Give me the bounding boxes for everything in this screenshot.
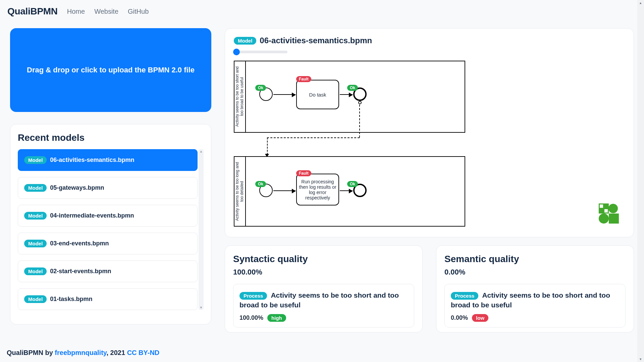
model-name: 06-activities-semantics.bpmn	[50, 157, 134, 164]
bpmn-pool[interactable]: Activity seems to be too long and too de…	[234, 156, 465, 227]
svg-rect-4	[604, 209, 608, 213]
fault-badge: Fault	[296, 76, 311, 82]
svg-rect-3	[600, 204, 603, 208]
bpmn-message-flow[interactable]	[359, 105, 360, 137]
zoom-slider[interactable]	[234, 51, 287, 53]
scroll-down-icon[interactable]: ▼	[199, 305, 204, 310]
low-badge: low	[472, 314, 488, 322]
model-badge: Model	[24, 212, 47, 220]
model-item[interactable]: Model 06-activities-semantics.bpmn	[18, 149, 198, 171]
quality-item-pct: 100.00%	[239, 314, 263, 321]
footer-mid: , 2021	[106, 349, 127, 356]
bpmn-sequence-flow[interactable]	[273, 94, 296, 95]
scroll-down-icon[interactable]: ▾	[637, 357, 644, 361]
recent-models-title: Recent models	[18, 132, 204, 143]
footer-author-link[interactable]: freebpmnquality	[55, 349, 106, 356]
bpmn-message-flow[interactable]	[267, 137, 360, 138]
process-badge: Process	[239, 292, 267, 300]
footer: QualiBPMN by freebpmnquality, 2021 CC BY…	[7, 349, 159, 357]
pool-label: Activity seems to be too short and too b…	[234, 61, 246, 132]
upload-label: Drag & drop or click to upload the BPMN …	[27, 66, 195, 74]
bpmn-canvas[interactable]: Activity seems to be too short and too b…	[234, 61, 625, 228]
semantic-title: Semantic quality	[444, 254, 626, 264]
navbar: QualiBPMN Home Website GitHub	[0, 0, 644, 21]
model-item[interactable]: Model 04-intermediate-events.bpmn	[18, 205, 198, 227]
svg-point-2	[608, 204, 618, 213]
zoom-thumb[interactable]	[233, 49, 240, 55]
model-badge: Model	[24, 240, 47, 247]
model-badge: Model	[24, 184, 47, 192]
bpmn-sequence-flow[interactable]	[340, 94, 353, 95]
nav-website[interactable]: Website	[94, 8, 118, 15]
model-name: 02-start-events.bpmn	[50, 268, 111, 275]
bpmn-pool[interactable]: Activity seems to be too short and too b…	[234, 61, 465, 133]
recent-models-list: Model 06-activities-semantics.bpmn Model…	[18, 149, 204, 310]
high-badge: high	[267, 314, 286, 322]
fault-badge: Fault	[296, 170, 311, 176]
model-name: 04-intermediate-events.bpmn	[50, 212, 134, 219]
pool-label: Activity seems to be too long and too de…	[234, 157, 246, 226]
syntactic-title: Syntactic quality	[233, 254, 414, 264]
recent-list-scrollbar[interactable]: ▲ ▼	[199, 149, 204, 310]
quality-item[interactable]: Process Activity seems to be too short a…	[233, 284, 414, 327]
footer-prefix: QualiBPMN by	[7, 349, 55, 356]
model-item[interactable]: Model 03-end-events.bpmn	[18, 233, 198, 254]
ok-badge: Ok	[347, 85, 358, 91]
bpmn-sequence-flow[interactable]	[273, 190, 296, 191]
ok-badge: Ok	[347, 181, 358, 187]
model-item[interactable]: Model 02-start-events.bpmn	[18, 260, 198, 282]
model-badge: Model	[24, 295, 47, 303]
model-viewer-card: Model 06-activities-semantics.bpmn Activ…	[225, 28, 634, 237]
bpmn-message-source	[358, 101, 362, 104]
syntactic-quality-card: Syntactic quality 100.00% Process Activi…	[225, 245, 423, 333]
model-item[interactable]: Model 01-tasks.bpmn	[18, 288, 198, 310]
semantic-quality-card: Semantic quality 0.00% Process Activity …	[436, 245, 634, 333]
model-badge: Model	[24, 156, 47, 164]
model-name: 05-gateways.bpmn	[50, 184, 104, 191]
scroll-up-icon[interactable]: ▲	[199, 149, 204, 154]
nav-github[interactable]: GitHub	[128, 8, 149, 15]
model-badge: Model	[234, 37, 256, 45]
task-label: Run processing then log results or log e…	[299, 179, 336, 200]
recent-models-card: Recent models Model 06-activities-semant…	[10, 124, 211, 324]
bpmn-task[interactable]: Run processing then log results or log e…	[296, 174, 339, 205]
syntactic-pct: 100.00%	[233, 268, 414, 277]
footer-license-link[interactable]: CC BY-ND	[127, 349, 160, 356]
ok-badge: Ok	[255, 181, 266, 187]
semantic-pct: 0.00%	[444, 268, 626, 277]
bpmn-task[interactable]: Do task	[296, 80, 339, 109]
ok-badge: Ok	[255, 85, 266, 91]
model-badge: Model	[24, 267, 47, 275]
nav-home[interactable]: Home	[67, 8, 85, 15]
upload-dropzone[interactable]: Drag & drop or click to upload the BPMN …	[10, 28, 211, 112]
svg-rect-1	[609, 214, 619, 224]
quality-item-pct: 0.00%	[451, 314, 468, 321]
model-name: 03-end-events.bpmn	[50, 240, 109, 247]
model-item[interactable]: Model 05-gateways.bpmn	[18, 177, 198, 199]
bpmnio-logo-icon[interactable]	[599, 203, 619, 224]
quality-item[interactable]: Process Activity seems to be too short a…	[444, 284, 626, 327]
process-badge: Process	[451, 292, 478, 300]
bpmn-sequence-flow[interactable]	[340, 190, 353, 191]
page-scrollbar[interactable]: ▴ ▾	[637, 0, 644, 362]
model-name: 01-tasks.bpmn	[50, 296, 92, 303]
task-label: Do task	[309, 92, 326, 98]
brand-logo[interactable]: QualiBPMN	[7, 6, 58, 17]
scroll-up-icon[interactable]: ▴	[637, 1, 644, 5]
bpmn-message-flow[interactable]	[267, 137, 268, 155]
viewer-filename: 06-activities-semantics.bpmn	[260, 36, 372, 45]
